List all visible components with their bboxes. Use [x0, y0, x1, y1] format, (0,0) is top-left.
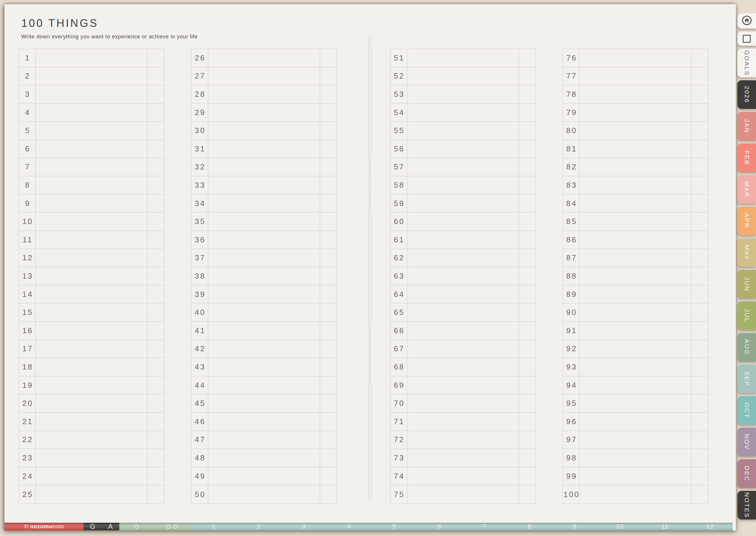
row-entry-field[interactable] — [36, 213, 147, 230]
row-entry-field[interactable] — [208, 67, 320, 85]
row-entry-field[interactable] — [208, 394, 320, 412]
row-check-cell[interactable] — [147, 303, 164, 321]
row-check-cell[interactable] — [519, 267, 536, 285]
row-entry-field[interactable] — [36, 49, 147, 67]
row-check-cell[interactable] — [147, 376, 164, 394]
row-check-cell[interactable] — [519, 140, 536, 158]
row-check-cell[interactable] — [320, 322, 337, 340]
row-check-cell[interactable] — [320, 158, 337, 176]
page-dot[interactable] — [173, 524, 178, 529]
row-entry-field[interactable] — [36, 194, 147, 213]
month-link-8[interactable]: 8 — [507, 523, 552, 530]
row-entry-field[interactable] — [208, 267, 320, 285]
row-check-cell[interactable] — [519, 431, 536, 449]
row-check-cell[interactable] — [147, 485, 164, 504]
row-check-cell[interactable] — [691, 267, 708, 285]
row-entry-field[interactable] — [407, 140, 519, 158]
row-entry-field[interactable] — [407, 158, 519, 176]
row-entry-field[interactable] — [208, 176, 320, 194]
row-check-cell[interactable] — [691, 340, 708, 358]
row-check-cell[interactable] — [691, 104, 708, 121]
row-entry-field[interactable] — [407, 67, 519, 85]
row-entry-field[interactable] — [36, 322, 147, 340]
row-entry-field[interactable] — [36, 140, 147, 158]
tab-oct[interactable]: OCT — [738, 396, 756, 425]
row-entry-field[interactable] — [208, 140, 320, 158]
row-check-cell[interactable] — [519, 485, 536, 504]
row-check-cell[interactable] — [519, 85, 536, 103]
row-entry-field[interactable] — [407, 194, 519, 213]
tab-notes[interactable]: NOTES — [738, 491, 756, 519]
row-entry-field[interactable] — [407, 303, 519, 321]
row-check-cell[interactable] — [519, 213, 536, 230]
row-entry-field[interactable] — [580, 431, 691, 449]
row-entry-field[interactable] — [36, 467, 147, 485]
tab-aug[interactable]: AUG — [738, 333, 756, 361]
row-check-cell[interactable] — [691, 285, 708, 303]
tab-nov[interactable]: NOV — [738, 428, 756, 456]
row-check-cell[interactable] — [147, 394, 164, 412]
row-check-cell[interactable] — [691, 231, 708, 249]
month-link-3[interactable]: 3 — [281, 523, 326, 530]
row-entry-field[interactable] — [407, 121, 519, 140]
month-link-7[interactable]: 7 — [462, 523, 507, 530]
row-entry-field[interactable] — [407, 285, 519, 303]
tab-jan[interactable]: JAN — [738, 112, 756, 141]
row-check-cell[interactable] — [147, 213, 164, 230]
row-check-cell[interactable] — [691, 376, 708, 394]
row-entry-field[interactable] — [407, 49, 519, 67]
row-check-cell[interactable] — [147, 340, 164, 358]
tab-jul[interactable]: JUL — [738, 301, 756, 330]
row-check-cell[interactable] — [691, 249, 708, 267]
row-entry-field[interactable] — [208, 194, 320, 213]
row-check-cell[interactable] — [147, 231, 164, 249]
row-entry-field[interactable] — [407, 394, 519, 412]
month-link-6[interactable]: 6 — [417, 523, 462, 530]
row-entry-field[interactable] — [580, 267, 691, 285]
month-link-2[interactable]: 2 — [236, 523, 281, 530]
row-entry-field[interactable] — [407, 340, 519, 358]
row-entry-field[interactable] — [407, 322, 519, 340]
row-entry-field[interactable] — [580, 158, 691, 176]
row-entry-field[interactable] — [208, 449, 320, 467]
row-check-cell[interactable] — [691, 322, 708, 340]
row-check-cell[interactable] — [147, 413, 164, 431]
row-entry-field[interactable] — [580, 249, 691, 267]
row-entry-field[interactable] — [208, 322, 320, 340]
row-entry-field[interactable] — [36, 449, 147, 467]
row-check-cell[interactable] — [320, 121, 337, 140]
row-check-cell[interactable] — [320, 194, 337, 213]
row-check-cell[interactable] — [320, 376, 337, 394]
row-entry-field[interactable] — [208, 467, 320, 485]
row-check-cell[interactable] — [320, 49, 337, 67]
row-entry-field[interactable] — [36, 249, 147, 267]
tab-apr[interactable]: APR — [738, 207, 756, 235]
tab-goals[interactable]: GOALS — [738, 49, 756, 77]
row-check-cell[interactable] — [519, 449, 536, 467]
row-entry-field[interactable] — [580, 121, 691, 140]
month-link-9[interactable]: 9 — [552, 523, 598, 530]
row-entry-field[interactable] — [580, 303, 691, 321]
tab-jun[interactable]: JUN — [738, 270, 756, 298]
row-check-cell[interactable] — [691, 303, 708, 321]
row-check-cell[interactable] — [320, 267, 337, 285]
row-check-cell[interactable] — [691, 67, 708, 85]
row-check-cell[interactable] — [519, 413, 536, 431]
row-check-cell[interactable] — [519, 231, 536, 249]
row-entry-field[interactable] — [580, 376, 691, 394]
row-entry-field[interactable] — [580, 213, 691, 230]
row-entry-field[interactable] — [407, 467, 519, 485]
row-check-cell[interactable] — [320, 413, 337, 431]
row-entry-field[interactable] — [208, 121, 320, 140]
page-view-tab[interactable] — [738, 32, 756, 46]
row-check-cell[interactable] — [519, 158, 536, 176]
page-dot[interactable] — [166, 524, 170, 529]
row-check-cell[interactable] — [147, 267, 164, 285]
row-entry-field[interactable] — [36, 285, 147, 303]
row-check-cell[interactable] — [519, 49, 536, 67]
row-check-cell[interactable] — [519, 322, 536, 340]
row-check-cell[interactable] — [320, 340, 337, 358]
row-check-cell[interactable] — [519, 303, 536, 321]
home-tab[interactable] — [738, 13, 756, 29]
row-entry-field[interactable] — [208, 376, 320, 394]
